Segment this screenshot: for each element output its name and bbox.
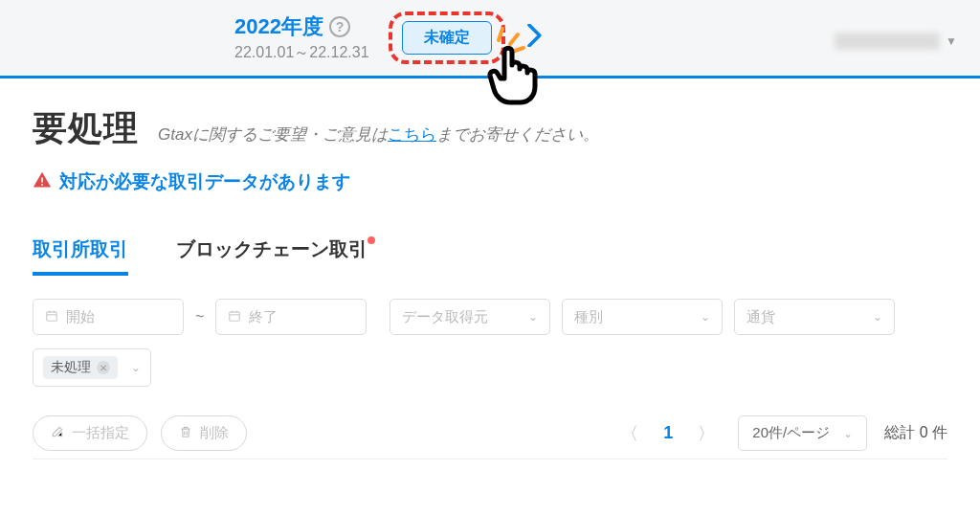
divider (33, 459, 947, 459)
warning-text: 対応が必要な取引データがあります (59, 169, 350, 194)
tab-label: 取引所取引 (33, 238, 128, 259)
date-range: 22.01.01～22.12.31 (234, 43, 369, 63)
calendar-icon (45, 309, 58, 325)
type-select[interactable]: 種別 ⌄ (562, 299, 723, 335)
placeholder: 終了 (249, 308, 278, 326)
title-row: 要処理 Gtaxに関するご要望・ご意見はこちらまでお寄せください。 (33, 105, 947, 152)
feedback-link[interactable]: こちら (388, 125, 436, 144)
svg-rect-3 (41, 177, 43, 182)
placeholder: 開始 (66, 308, 95, 326)
tab-blockchain[interactable]: ブロックチェーン取引 (176, 236, 368, 276)
placeholder: データ取得元 (402, 308, 488, 326)
start-date-input[interactable]: 開始 (33, 299, 184, 335)
calendar-icon (228, 309, 241, 325)
tabs: 取引所取引 ブロックチェーン取引 (33, 236, 947, 276)
range-separator: ~ (195, 308, 204, 325)
prev-page-icon[interactable]: 〈 (621, 422, 638, 445)
edit-icon (51, 425, 64, 441)
label: 一括指定 (72, 424, 129, 442)
chevron-down-icon: ⌄ (873, 310, 882, 324)
end-date-input[interactable]: 終了 (215, 299, 367, 335)
status-tag[interactable]: 未処理 ✕ (43, 356, 118, 379)
notification-dot-icon (368, 236, 375, 244)
placeholder: 通貨 (746, 308, 775, 326)
svg-rect-9 (230, 311, 240, 320)
page-title: 要処理 (33, 105, 139, 152)
action-row: 一括指定 削除 〈 1 〉 20件/ページ ⌄ 総計 0 件 (33, 415, 947, 451)
svg-line-2 (512, 48, 523, 52)
filter-row: 開始 ~ 終了 データ取得元 ⌄ 種別 ⌄ 通貨 ⌄ (33, 299, 947, 335)
source-select[interactable]: データ取得元 ⌄ (390, 299, 550, 335)
tab-label: ブロックチェーン取引 (176, 238, 368, 259)
current-page[interactable]: 1 (663, 423, 673, 443)
caret-down-icon: ▼ (946, 34, 957, 48)
svg-rect-5 (47, 311, 57, 320)
tag-label: 未処理 (51, 359, 91, 376)
fiscal-year-block: 2022年度 ? 22.01.01～22.12.31 (234, 12, 369, 63)
per-page-select[interactable]: 20件/ページ ⌄ (738, 415, 867, 451)
chevron-down-icon: ⌄ (528, 310, 538, 324)
warning-icon (33, 170, 52, 194)
help-icon[interactable]: ? (329, 16, 350, 37)
pagination: 〈 1 〉 (621, 422, 715, 445)
currency-select[interactable]: 通貨 ⌄ (734, 299, 895, 335)
main-content: 要処理 Gtaxに関するご要望・ご意見はこちらまでお寄せください。 対応が必要な… (0, 78, 980, 459)
filter-row-2: 未処理 ✕ ⌄ (33, 348, 947, 387)
trash-icon (179, 425, 192, 441)
page-subtitle: Gtaxに関するご要望・ご意見はこちらまでお寄せください。 (158, 123, 599, 146)
topbar: 2022年度 ? 22.01.01～22.12.31 未確定 ▼ (0, 0, 980, 78)
svg-rect-4 (41, 184, 43, 186)
batch-select-button[interactable]: 一括指定 (33, 415, 147, 451)
subtitle-suffix: までお寄せください。 (436, 125, 599, 144)
close-icon[interactable]: ✕ (97, 361, 110, 374)
user-name-blurred (835, 33, 940, 50)
warning-banner: 対応が必要な取引データがあります (33, 169, 947, 194)
chevron-down-icon: ⌄ (843, 427, 853, 440)
next-page-icon[interactable]: 〉 (698, 422, 715, 445)
tab-exchange[interactable]: 取引所取引 (33, 236, 128, 276)
total-count: 総計 0 件 (884, 423, 947, 443)
year-row: 2022年度 ? (234, 12, 369, 41)
subtitle-prefix: Gtaxに関するご要望・ご意見は (158, 125, 388, 144)
per-page-label: 20件/ページ (752, 424, 830, 442)
status-button-highlight: 未確定 (398, 17, 496, 58)
delete-button[interactable]: 削除 (161, 415, 247, 451)
user-menu[interactable]: ▼ (835, 33, 957, 50)
status-select[interactable]: 未処理 ✕ ⌄ (33, 348, 151, 387)
svg-line-1 (510, 34, 518, 44)
placeholder: 種別 (574, 308, 603, 326)
svg-line-0 (499, 29, 502, 40)
status-button[interactable]: 未確定 (402, 21, 492, 55)
chevron-down-icon: ⌄ (701, 310, 710, 324)
label: 削除 (200, 424, 229, 442)
chevron-down-icon: ⌄ (131, 361, 141, 374)
year-title[interactable]: 2022年度 (234, 12, 323, 41)
chevron-right-icon[interactable] (526, 24, 544, 53)
